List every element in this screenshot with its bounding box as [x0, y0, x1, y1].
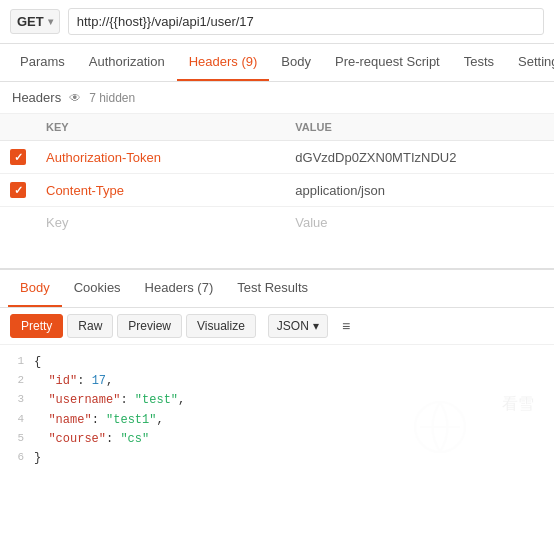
- table-row: ✓ Authorization-Token dGVzdDp0ZXN0MTIzND…: [0, 141, 554, 174]
- format-pretty[interactable]: Pretty: [10, 314, 63, 338]
- code-content-3: "username": "test",: [34, 391, 550, 410]
- json-val-id: 17: [92, 374, 106, 388]
- url-bar: GET ▾: [0, 0, 554, 44]
- tab-authorization[interactable]: Authorization: [77, 44, 177, 81]
- response-tab-cookies[interactable]: Cookies: [62, 270, 133, 307]
- format-visualize[interactable]: Visualize: [186, 314, 256, 338]
- tab-params[interactable]: Params: [8, 44, 77, 81]
- line-num-4: 4: [4, 411, 34, 429]
- checkmark-icon: ✓: [14, 184, 23, 197]
- row2-value[interactable]: application/json: [285, 174, 554, 207]
- code-line-4: 4 "name": "test1",: [4, 411, 550, 430]
- code-line-1: 1 {: [4, 353, 550, 372]
- headers-meta: Headers 👁 7 hidden: [0, 82, 554, 114]
- placeholder-checkbox-cell: [0, 207, 36, 239]
- code-content-1: {: [34, 353, 550, 372]
- col-value-header: VALUE: [285, 114, 554, 141]
- json-key-username: "username": [48, 393, 120, 407]
- line-num-3: 3: [4, 391, 34, 409]
- row1-checkbox-cell[interactable]: ✓: [0, 141, 36, 174]
- row1-checkbox[interactable]: ✓: [10, 149, 26, 165]
- col-key-header: KEY: [36, 114, 285, 141]
- row1-value[interactable]: dGVzdDp0ZXN0MTIzNDU2: [285, 141, 554, 174]
- row2-checkbox-cell[interactable]: ✓: [0, 174, 36, 207]
- json-type-chevron: ▾: [313, 319, 319, 333]
- code-content-6: }: [34, 449, 550, 468]
- headers-table: KEY VALUE ✓ Authorization-Token dGVzdDp0…: [0, 114, 554, 238]
- json-val-name: "test1": [106, 413, 156, 427]
- code-line-2: 2 "id": 17,: [4, 372, 550, 391]
- placeholder-value[interactable]: Value: [285, 207, 554, 239]
- response-tab-headers[interactable]: Headers (7): [133, 270, 226, 307]
- tab-pre-request[interactable]: Pre-request Script: [323, 44, 452, 81]
- headers-label: Headers: [12, 90, 61, 105]
- response-section: Body Cookies Headers (7) Test Results Pr…: [0, 268, 554, 476]
- code-line-3: 3 "username": "test",: [4, 391, 550, 410]
- filter-icon[interactable]: ≡: [336, 314, 356, 338]
- code-line-6: 6 }: [4, 449, 550, 468]
- code-line-5: 5 "course": "cs": [4, 430, 550, 449]
- placeholder-row: Key Value: [0, 207, 554, 239]
- response-tab-headers-label: Headers (7): [145, 280, 214, 295]
- row2-checkbox[interactable]: ✓: [10, 182, 26, 198]
- line-num-5: 5: [4, 430, 34, 448]
- json-key-course: "course": [48, 432, 106, 446]
- response-nav-tabs: Body Cookies Headers (7) Test Results: [0, 270, 554, 308]
- row2-key[interactable]: Content-Type: [36, 174, 285, 207]
- headers-section: Headers 👁 7 hidden KEY VALUE ✓ Authoriza…: [0, 82, 554, 238]
- tab-body[interactable]: Body: [269, 44, 323, 81]
- url-input[interactable]: [68, 8, 544, 35]
- eye-icon[interactable]: 👁: [69, 91, 81, 105]
- line-num-2: 2: [4, 372, 34, 390]
- json-type-select[interactable]: JSON ▾: [268, 314, 328, 338]
- checkmark-icon: ✓: [14, 151, 23, 164]
- hidden-count: 7 hidden: [89, 91, 135, 105]
- tab-settings[interactable]: Settings: [506, 44, 554, 81]
- json-type-label: JSON: [277, 319, 309, 333]
- code-content-2: "id": 17,: [34, 372, 550, 391]
- table-header-row: KEY VALUE: [0, 114, 554, 141]
- tab-headers[interactable]: Headers (9): [177, 44, 270, 81]
- table-row: ✓ Content-Type application/json: [0, 174, 554, 207]
- code-content-4: "name": "test1",: [34, 411, 550, 430]
- row1-key[interactable]: Authorization-Token: [36, 141, 285, 174]
- method-chevron: ▾: [48, 16, 53, 27]
- json-val-course: "cs": [120, 432, 149, 446]
- line-num-6: 6: [4, 449, 34, 467]
- response-tab-body[interactable]: Body: [8, 270, 62, 307]
- json-key-name: "name": [48, 413, 91, 427]
- format-toolbar: Pretty Raw Preview Visualize JSON ▾ ≡: [0, 308, 554, 345]
- col-checkbox: [0, 114, 36, 141]
- format-preview[interactable]: Preview: [117, 314, 182, 338]
- tab-tests[interactable]: Tests: [452, 44, 506, 81]
- code-area: 1 { 2 "id": 17, 3 "username": "test", 4 …: [0, 345, 554, 476]
- placeholder-key[interactable]: Key: [36, 207, 285, 239]
- response-tab-test-results[interactable]: Test Results: [225, 270, 320, 307]
- method-select[interactable]: GET ▾: [10, 9, 60, 34]
- method-label: GET: [17, 14, 44, 29]
- code-content-5: "course": "cs": [34, 430, 550, 449]
- json-key-id: "id": [48, 374, 77, 388]
- json-val-username: "test": [135, 393, 178, 407]
- line-num-1: 1: [4, 353, 34, 371]
- spacer: [0, 238, 554, 256]
- format-raw[interactable]: Raw: [67, 314, 113, 338]
- request-nav-tabs: Params Authorization Headers (9) Body Pr…: [0, 44, 554, 82]
